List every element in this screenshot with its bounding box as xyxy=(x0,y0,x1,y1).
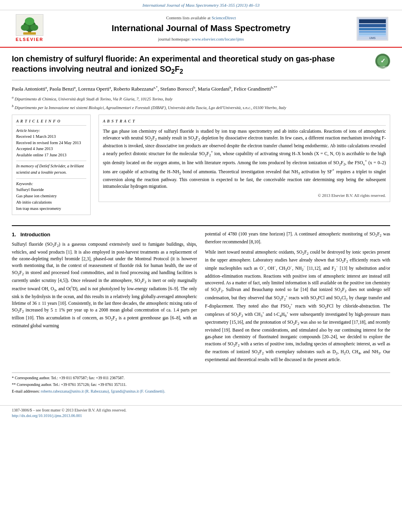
intro-para-3: While inert toward neutral atmospheric o… xyxy=(205,249,390,363)
svg-point-5 xyxy=(25,17,34,25)
article-title-block: Ion chemistry of sulfuryl fluoride: An e… xyxy=(12,54,375,76)
abstract-box: A B S T R A C T The gas phase ion chemis… xyxy=(99,115,390,202)
article-content: Ion chemistry of sulfuryl fluoride: An e… xyxy=(0,48,402,401)
svg-rect-9 xyxy=(359,24,386,27)
doi-link[interactable]: http://dx.doi.org/10.1016/j.ijms.2013.06… xyxy=(12,413,82,418)
journal-logo-image: IJMS xyxy=(357,17,388,41)
journal-title: International Journal of Mass Spectromet… xyxy=(47,22,355,35)
email-rabezzana[interactable]: roberto.rabezzana@unito.it (R. Rabezzana… xyxy=(41,389,110,393)
journal-homepage-line: journal homepage: www.elsevier.com/locat… xyxy=(47,36,355,42)
article-title: Ion chemistry of sulfuryl fluoride: An e… xyxy=(12,54,367,76)
article-info-box: A R T I C L E I N F O Article history: R… xyxy=(12,115,91,215)
journal-logo-right: IJMS xyxy=(355,17,390,41)
keyword-3: Ab initio calculations xyxy=(16,199,86,206)
abstract-copyright: © 2013 Elsevier B.V. All rights reserved… xyxy=(103,193,386,199)
authors-line: Paola Antoniottia, Paola Benzia, Lorenza… xyxy=(12,85,390,93)
keyword-2: Gas phase ion chemistry xyxy=(16,193,86,199)
available-date: Available online 17 June 2013 xyxy=(16,152,86,158)
elsevier-wordmark: ELSEVIER xyxy=(16,37,43,43)
journal-homepage-link[interactable]: www.elsevier.com/locate/ijms xyxy=(192,37,244,41)
abstract-column: A B S T R A C T The gas phase ion chemis… xyxy=(99,115,390,219)
keywords-label: Keywords: xyxy=(16,181,86,187)
affiliation-b: b Dipartimento per la Innovazione nei si… xyxy=(12,104,390,111)
svg-point-3 xyxy=(21,24,29,31)
intro-para-1: Sulfuryl fluoride (SO2F2) is a gaseous c… xyxy=(12,241,197,330)
svg-rect-12 xyxy=(359,33,386,35)
svg-point-4 xyxy=(30,24,38,31)
keyword-4: Ion trap mass spectrometry xyxy=(16,206,86,212)
received-date: Received 1 March 2013 xyxy=(16,133,86,140)
svg-rect-11 xyxy=(359,31,386,33)
main-body: 1. Introduction Sulfuryl fluoride (SO2F2… xyxy=(12,225,390,366)
contents-available-line: Contents lists available at ScienceDirec… xyxy=(47,15,355,21)
journal-title-area: Contents lists available at ScienceDirec… xyxy=(47,15,355,43)
abstract-text: The gas phase ion chemistry of sulfuryl … xyxy=(103,128,386,190)
article-info-column: A R T I C L E I N F O Article history: R… xyxy=(12,115,91,219)
article-info-heading: A R T I C L E I N F O xyxy=(16,118,86,126)
body-columns: 1. Introduction Sulfuryl fluoride (SO2F2… xyxy=(12,231,390,366)
crossmark-badge: ✓ CrossMark xyxy=(375,54,390,69)
svg-rect-10 xyxy=(359,28,386,30)
info-abstract-row: A R T I C L E I N F O Article history: R… xyxy=(12,115,390,219)
sciencedirect-link[interactable]: ScienceDirect xyxy=(212,15,236,20)
keywords-section: Keywords: Sulfuryl fluoride Gas phase io… xyxy=(16,178,86,211)
doi-line: http://dx.doi.org/10.1016/j.ijms.2013.06… xyxy=(12,413,390,419)
received-revised-date: Received in revised form 24 May 2013 xyxy=(16,140,86,146)
svg-rect-6 xyxy=(23,32,36,35)
footnote-emails: E-mail addresses: roberto.rabezzana@unit… xyxy=(12,389,390,394)
email-grandinetti[interactable]: fgrandi@unitus.it (F. Grandinetti). xyxy=(111,389,166,393)
svg-text:✓: ✓ xyxy=(380,57,385,64)
svg-text:IJMS: IJMS xyxy=(369,37,376,39)
footnote-star2: ** Corresponding author. Tel.: +39 0761 … xyxy=(12,382,390,387)
svg-rect-13 xyxy=(359,35,386,36)
accepted-date: Accepted 4 June 2013 xyxy=(16,146,86,152)
elsevier-tree-image xyxy=(16,14,43,36)
keywords-list: Sulfuryl fluoride Gas phase ion chemistr… xyxy=(16,187,86,211)
intro-heading: 1. Introduction xyxy=(12,231,197,239)
footnotes: * Corresponding author. Tel.: +39 011 67… xyxy=(12,373,390,394)
affiliations: a Dipartimento di Chimica, Università de… xyxy=(12,95,390,110)
affiliation-a: a Dipartimento di Chimica, Università de… xyxy=(12,95,390,102)
journal-header: ELSEVIER Contents lists available at Sci… xyxy=(0,10,402,47)
elsevier-logo-area: ELSEVIER xyxy=(12,14,47,43)
elsevier-logo: ELSEVIER xyxy=(12,14,47,43)
keyword-1: Sulfuryl fluoride xyxy=(16,187,86,193)
body-col-right: potential of 4780 (100 years time horizo… xyxy=(205,231,390,366)
issn-line: 1387-3806/$ – see front matter © 2013 El… xyxy=(12,408,390,413)
footnote-star1: * Corresponding author. Tel.: +39 011 67… xyxy=(12,375,390,381)
memory-note: In memory of Detlef Schröder, a brillian… xyxy=(16,161,86,176)
intro-para-2: potential of 4780 (100 years time horizo… xyxy=(205,231,390,245)
article-title-section: Ion chemistry of sulfuryl fluoride: An e… xyxy=(12,54,390,80)
abstract-heading: A B S T R A C T xyxy=(103,118,386,126)
article-history-label: Article history: xyxy=(16,128,86,133)
journal-citation-bar: International Journal of Mass Spectromet… xyxy=(0,0,402,10)
svg-rect-8 xyxy=(359,19,386,23)
bottom-bar: 1387-3806/$ – see front matter © 2013 El… xyxy=(0,405,402,421)
svg-text:CrossMark: CrossMark xyxy=(378,66,388,68)
journal-citation: International Journal of Mass Spectromet… xyxy=(143,3,260,7)
body-col-left: 1. Introduction Sulfuryl fluoride (SO2F2… xyxy=(12,231,197,366)
